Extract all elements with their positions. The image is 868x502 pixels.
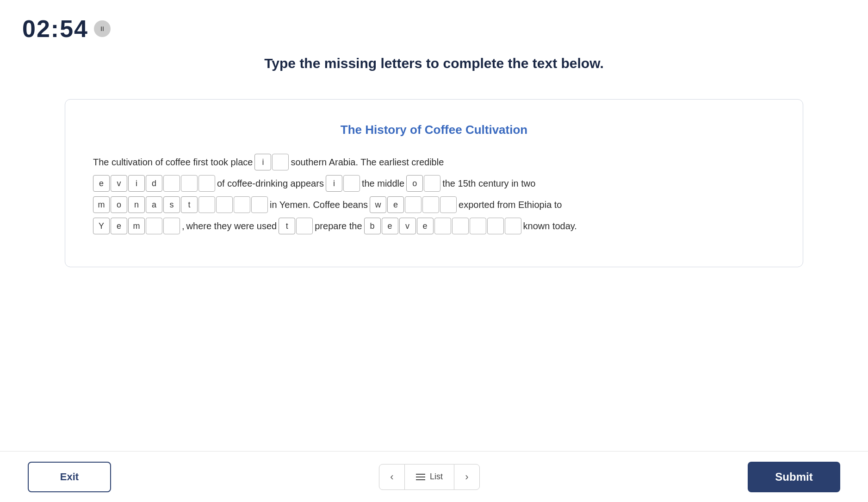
row4-mid: where they were used [186,218,277,234]
pause-button[interactable]: ⏸ [94,20,111,37]
letter-box[interactable]: e [111,218,127,234]
letter-box[interactable]: b [364,218,381,234]
row4-word-t: t [279,218,313,234]
text-row-2: e v i d of coffee-drinking appears i the… [93,175,775,192]
text-row-1: The cultivation of coffee first took pla… [93,154,775,170]
navigation-group: ‹ List › [379,464,480,490]
instruction-text: Type the missing letters to complete the… [0,56,868,71]
letter-box[interactable]: w [370,196,386,213]
letter-input[interactable] [405,196,422,213]
list-button[interactable]: List [405,464,454,490]
letter-input[interactable] [251,196,268,213]
letter-input[interactable] [163,175,180,192]
content-card: The History of Coffee Cultivation The cu… [65,99,803,267]
letter-input[interactable] [505,218,521,234]
letter-box[interactable]: Y [93,218,110,234]
letter-box[interactable]: t [279,218,295,234]
letter-input[interactable] [422,196,439,213]
hamburger-icon [416,474,425,480]
letter-box[interactable]: m [128,218,145,234]
letter-box[interactable]: e [387,196,404,213]
letter-input[interactable] [296,218,313,234]
letter-input[interactable] [272,154,289,170]
letter-input[interactable] [234,196,250,213]
row3-monast: m o n a s t [93,196,268,213]
text-row-4: Y e m , where they were used t prepare t… [93,218,775,234]
row2-evidence: e v i d [93,175,215,192]
card-title: The History of Coffee Cultivation [93,123,775,137]
list-label: List [430,472,443,482]
letter-input[interactable] [163,218,180,234]
letter-input[interactable] [198,196,215,213]
chevron-right-icon: › [465,471,468,483]
row2-word-in: i [326,175,360,192]
bottom-bar: Exit ‹ List › Submit [0,451,868,502]
letter-input[interactable] [487,218,504,234]
row3-word-we: w e [370,196,457,213]
prev-button[interactable]: ‹ [379,464,405,490]
letter-input[interactable] [434,218,451,234]
letter-box[interactable]: a [146,196,162,213]
exit-button[interactable]: Exit [28,462,111,492]
letter-box[interactable]: v [399,218,416,234]
letter-input[interactable] [198,175,215,192]
letter-input[interactable] [343,175,360,192]
chevron-left-icon: ‹ [390,471,393,483]
next-button[interactable]: › [454,464,480,490]
row4-suffix: known today. [523,218,577,234]
letter-box[interactable]: i [326,175,342,192]
letter-box[interactable]: i [128,175,145,192]
letter-box[interactable]: e [417,218,434,234]
letter-box[interactable]: v [111,175,127,192]
letter-box[interactable]: t [181,196,198,213]
text-row-3: m o n a s t in Yemen. Coffee beans w e e… [93,196,775,213]
letter-box[interactable]: m [93,196,110,213]
letter-input[interactable] [216,196,233,213]
letter-box[interactable]: d [146,175,162,192]
text-content: The cultivation of coffee first took pla… [93,154,775,234]
timer-section: 02:54 ⏸ [22,15,111,43]
timer-display: 02:54 [22,15,88,43]
letter-input[interactable] [440,196,457,213]
row3-suffix: exported from Ethiopia to [459,196,562,213]
row2-word-of: o [406,175,440,192]
row3-mid: in Yemen. Coffee beans [270,196,368,213]
submit-button[interactable]: Submit [748,462,840,492]
letter-box[interactable]: i [254,154,271,170]
row4-word-beve: b e v e [364,218,521,234]
row4-yem: Y e m [93,218,180,234]
letter-input[interactable] [424,175,440,192]
letter-input[interactable] [146,218,162,234]
row1-prefix: The cultivation of coffee first took pla… [93,154,253,170]
row2-mid: of coffee-drinking appears [217,175,324,192]
row4-comma: , [182,218,185,234]
letter-box[interactable]: e [93,175,110,192]
letter-box[interactable]: o [111,196,127,213]
letter-box[interactable]: o [406,175,423,192]
row2-mid2: the middle [362,175,404,192]
letter-box[interactable]: n [128,196,145,213]
row2-suffix: the 15th century in two [442,175,535,192]
letter-box[interactable]: e [382,218,398,234]
row1-suffix: southern Arabia. The earliest credible [291,154,444,170]
letter-input[interactable] [452,218,469,234]
letter-input[interactable] [470,218,486,234]
letter-box[interactable]: s [163,196,180,213]
row1-word-in: i [254,154,289,170]
row4-mid2: prepare the [315,218,362,234]
letter-input[interactable] [181,175,198,192]
